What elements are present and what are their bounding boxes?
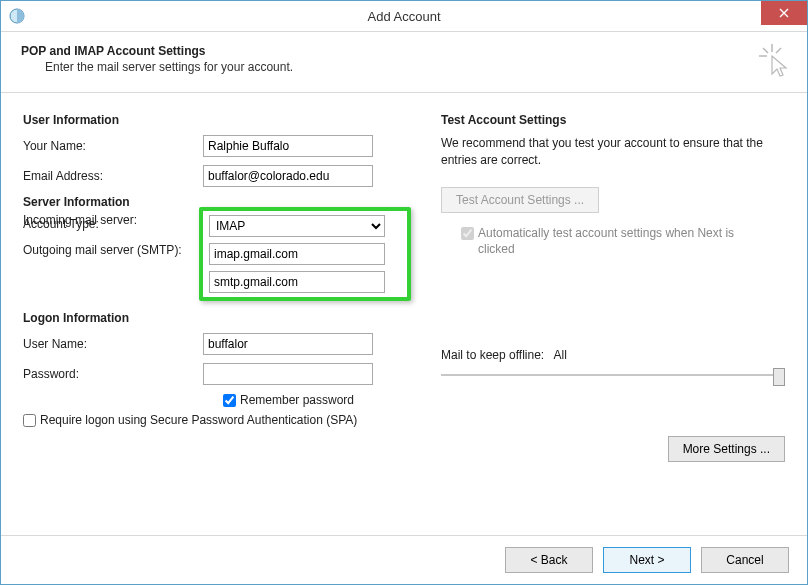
spa-checkbox[interactable] — [23, 414, 36, 427]
svg-line-4 — [776, 48, 781, 53]
wizard-body: User Information Your Name: Email Addres… — [1, 93, 807, 462]
more-settings-button[interactable]: More Settings ... — [668, 436, 785, 462]
email-input[interactable] — [203, 165, 373, 187]
test-settings-description: We recommend that you test your account … — [441, 135, 785, 169]
password-label: Password: — [23, 367, 203, 381]
titlebar: Add Account — [1, 1, 807, 32]
password-input[interactable] — [203, 363, 373, 385]
incoming-server-input[interactable] — [209, 243, 385, 265]
mail-offline-value: All — [554, 348, 567, 362]
cancel-button[interactable]: Cancel — [701, 547, 789, 573]
username-label: User Name: — [23, 337, 203, 351]
your-name-label: Your Name: — [23, 139, 203, 153]
mail-offline-section: Mail to keep offline: All — [441, 348, 785, 386]
wizard-header: POP and IMAP Account Settings Enter the … — [1, 32, 807, 93]
user-info-heading: User Information — [23, 113, 431, 127]
auto-test-checkbox[interactable] — [461, 227, 474, 240]
next-button[interactable]: Next > — [603, 547, 691, 573]
outgoing-label: Outgoing mail server (SMTP): — [23, 243, 182, 257]
cursor-icon — [759, 44, 789, 78]
mail-offline-slider[interactable] — [441, 366, 785, 386]
header-subtitle: Enter the mail server settings for your … — [45, 60, 787, 74]
slider-thumb[interactable] — [773, 368, 785, 386]
incoming-label: Incoming mail server: — [23, 213, 137, 227]
test-settings-heading: Test Account Settings — [441, 113, 785, 127]
mail-offline-label: Mail to keep offline: — [441, 348, 544, 362]
header-title: POP and IMAP Account Settings — [21, 44, 787, 58]
auto-test-label: Automatically test account settings when… — [478, 225, 758, 259]
back-button[interactable]: < Back — [505, 547, 593, 573]
spa-label: Require logon using Secure Password Auth… — [40, 413, 357, 427]
test-account-settings-button[interactable]: Test Account Settings ... — [441, 187, 599, 213]
close-icon — [779, 8, 789, 18]
remember-password-label: Remember password — [240, 393, 354, 407]
remember-password-checkbox[interactable] — [223, 394, 236, 407]
svg-line-3 — [763, 48, 768, 53]
wizard-footer: < Back Next > Cancel — [1, 535, 807, 584]
server-highlight-box: IMAP — [199, 207, 411, 301]
add-account-window: Add Account POP and IMAP Account Setting… — [0, 0, 808, 585]
left-column: User Information Your Name: Email Addres… — [23, 107, 431, 462]
logon-info-heading: Logon Information — [23, 311, 431, 325]
window-title: Add Account — [1, 9, 807, 24]
username-input[interactable] — [203, 333, 373, 355]
close-button[interactable] — [761, 1, 807, 25]
email-label: Email Address: — [23, 169, 203, 183]
account-type-select[interactable]: IMAP — [209, 215, 385, 237]
outgoing-server-input[interactable] — [209, 271, 385, 293]
right-column: Test Account Settings We recommend that … — [431, 107, 785, 462]
your-name-input[interactable] — [203, 135, 373, 157]
